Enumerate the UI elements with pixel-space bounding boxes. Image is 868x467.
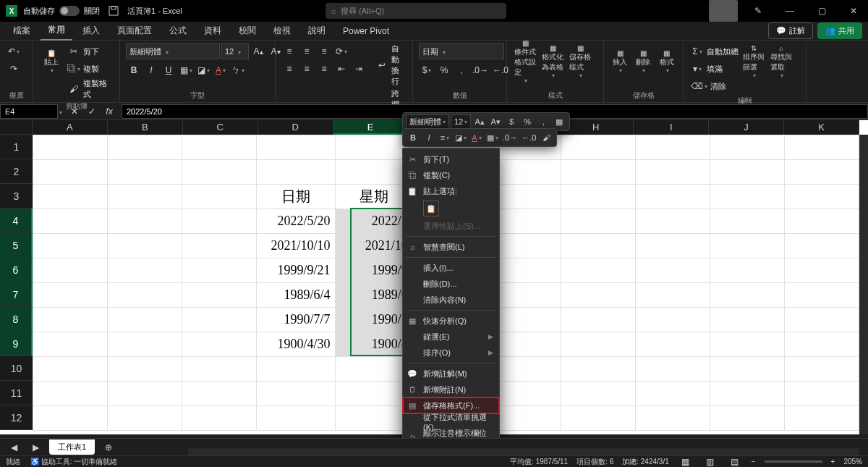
cell-K4[interactable] xyxy=(785,209,859,234)
delete-cells-button[interactable]: ▦刪除 xyxy=(633,43,653,80)
mini-currency-icon[interactable]: $ xyxy=(504,114,519,129)
row-header-8[interactable]: 8 xyxy=(0,307,33,332)
cancel-icon[interactable]: ✕ xyxy=(67,104,82,119)
cell-D3[interactable]: 日期 xyxy=(256,185,335,209)
menu-clear-contents[interactable]: 清除內容(N) xyxy=(403,292,499,308)
cell-B5[interactable] xyxy=(107,234,182,258)
cell-B6[interactable] xyxy=(107,258,182,283)
cell-E7[interactable]: 1989/6 xyxy=(335,283,412,308)
cell-B7[interactable] xyxy=(107,283,182,308)
menu-cut[interactable]: ✂剪下(T) xyxy=(403,151,499,167)
column-header-I[interactable]: I xyxy=(634,120,709,135)
cell-H8[interactable] xyxy=(561,308,636,332)
cell-J6[interactable] xyxy=(710,258,785,283)
cell-E6[interactable]: 1999/9 xyxy=(335,258,412,283)
cell-H3[interactable] xyxy=(561,185,636,209)
cell-C3[interactable] xyxy=(182,185,256,209)
fill-color-icon[interactable]: ◪ xyxy=(195,62,211,78)
row-header-4[interactable]: 4 xyxy=(0,209,33,233)
cell-K1[interactable] xyxy=(785,135,859,160)
cell-K8[interactable] xyxy=(785,308,859,332)
row-header-12[interactable]: 12 xyxy=(0,405,33,430)
cell-H11[interactable] xyxy=(561,382,636,406)
align-bot-icon[interactable]: ≡ xyxy=(316,43,332,59)
mini-dec-decimal-icon[interactable]: ←.0 xyxy=(520,130,537,145)
sort-filter-button[interactable]: ⇅排序與篩選 xyxy=(741,43,766,80)
mini-inc-font-icon[interactable]: A▴ xyxy=(472,114,487,129)
cell-H6[interactable] xyxy=(561,258,636,283)
sheet-next-icon[interactable]: ▶ xyxy=(27,439,43,455)
cell-J1[interactable] xyxy=(710,135,785,160)
cell-B10[interactable] xyxy=(107,357,182,382)
cell-K10[interactable] xyxy=(785,357,859,382)
mini-font-size[interactable]: 12 xyxy=(451,114,471,129)
row-header-3[interactable]: 3 xyxy=(0,184,33,209)
cell-D5[interactable]: 2021/10/10 xyxy=(256,234,335,258)
menu-delete[interactable]: 刪除(D)... xyxy=(403,276,499,292)
menu-quick-analysis[interactable]: ▦快速分析(Q) xyxy=(403,313,499,329)
tab-data[interactable]: 資料 xyxy=(197,22,229,40)
cell-D7[interactable]: 1989/6/4 xyxy=(256,283,335,308)
zoom-in-button[interactable]: + xyxy=(831,458,835,466)
view-normal-icon[interactable]: ▦ xyxy=(678,454,694,468)
menu-insert[interactable]: 插入(I)... xyxy=(403,260,499,276)
font-color-icon[interactable]: A xyxy=(213,62,229,78)
cell-I5[interactable] xyxy=(636,234,710,258)
cell-B2[interactable] xyxy=(107,160,182,185)
cell-A2[interactable] xyxy=(33,160,108,185)
cell-A5[interactable] xyxy=(33,234,108,258)
cell-D8[interactable]: 1990/7/7 xyxy=(256,308,335,332)
minimize-button[interactable]: ― xyxy=(775,0,804,22)
row-header-11[interactable]: 11 xyxy=(0,381,33,405)
mini-align-icon[interactable]: ≡ xyxy=(438,130,452,145)
percent-icon[interactable]: % xyxy=(436,62,452,78)
cell-I8[interactable] xyxy=(636,308,710,332)
align-center-icon[interactable]: ≡ xyxy=(299,61,315,77)
mini-inc-decimal-icon[interactable]: .0→ xyxy=(501,130,519,145)
row-header-6[interactable]: 6 xyxy=(0,258,33,282)
toggle-switch[interactable] xyxy=(59,6,80,16)
cell-E5[interactable]: 2021/10 xyxy=(335,234,412,258)
cell-E4[interactable]: 2022/5 xyxy=(335,209,412,234)
cell-H10[interactable] xyxy=(561,357,636,382)
inc-decimal-icon[interactable]: .0→ xyxy=(471,62,490,78)
enter-icon[interactable]: ✓ xyxy=(84,104,100,119)
cell-J4[interactable] xyxy=(710,209,785,234)
mini-percent-icon[interactable]: % xyxy=(520,114,535,129)
maximize-button[interactable]: ▢ xyxy=(807,0,836,22)
menu-copy[interactable]: ⿻複製(C) xyxy=(403,167,499,183)
tab-powerpivot[interactable]: Power Pivot xyxy=(336,23,396,39)
cell-H9[interactable] xyxy=(561,332,636,357)
row-header-5[interactable]: 5 xyxy=(0,233,33,258)
cell-C5[interactable] xyxy=(182,234,256,258)
row-header-10[interactable]: 10 xyxy=(0,356,33,381)
name-box[interactable]: E4 xyxy=(0,104,58,119)
cell-C12[interactable] xyxy=(182,406,256,431)
find-select-button[interactable]: ⌕尋找與選取 xyxy=(769,43,793,80)
tab-help[interactable]: 說明 xyxy=(301,22,333,40)
cell-C10[interactable] xyxy=(182,357,256,382)
vertical-scrollbar[interactable] xyxy=(859,135,868,434)
cell-D11[interactable] xyxy=(256,382,335,406)
column-header-A[interactable]: A xyxy=(33,120,108,135)
user-avatar[interactable] xyxy=(709,0,738,22)
format-cells-button[interactable]: ▦格式 xyxy=(657,43,677,80)
cell-D12[interactable] xyxy=(256,406,335,431)
cell-I6[interactable] xyxy=(636,258,710,283)
row-header-2[interactable]: 2 xyxy=(0,159,33,184)
tab-file[interactable]: 檔案 xyxy=(6,22,38,40)
column-header-J[interactable]: J xyxy=(709,120,784,135)
insert-cells-button[interactable]: ▦插入 xyxy=(610,43,630,80)
cell-K3[interactable] xyxy=(785,185,859,209)
cell-J11[interactable] xyxy=(710,382,785,406)
increase-font-icon[interactable]: A▴ xyxy=(250,43,266,59)
orientation-icon[interactable]: ⟳ xyxy=(333,43,349,59)
cell-styles-button[interactable]: ▦儲存格樣式 xyxy=(568,43,592,80)
tab-formulas[interactable]: 公式 xyxy=(162,22,194,40)
cell-B1[interactable] xyxy=(107,135,182,160)
view-break-icon[interactable]: ▤ xyxy=(727,454,743,468)
cell-C1[interactable] xyxy=(182,135,256,160)
tab-home[interactable]: 常用 xyxy=(41,21,72,41)
cell-C6[interactable] xyxy=(182,258,256,283)
currency-icon[interactable]: $ xyxy=(419,62,435,78)
